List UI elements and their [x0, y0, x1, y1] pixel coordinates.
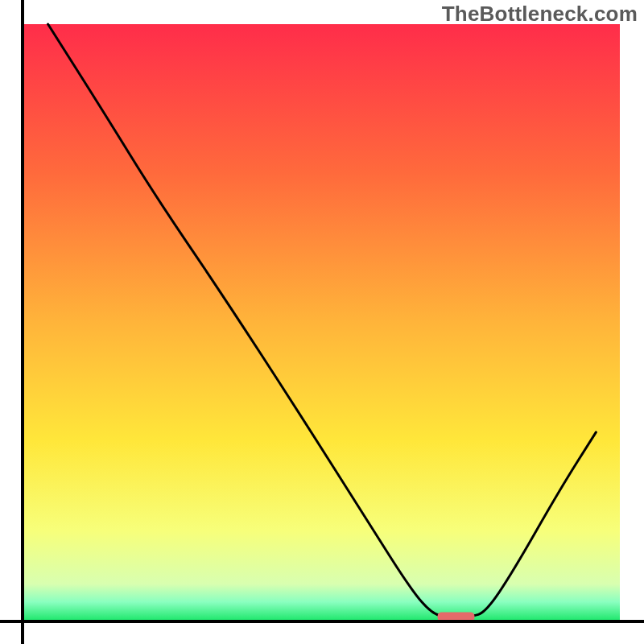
- chart-plot: [0, 0, 644, 644]
- chart-container: TheBottleneck.com: [0, 0, 644, 644]
- watermark-text: TheBottleneck.com: [442, 2, 638, 27]
- plot-background: [24, 24, 620, 620]
